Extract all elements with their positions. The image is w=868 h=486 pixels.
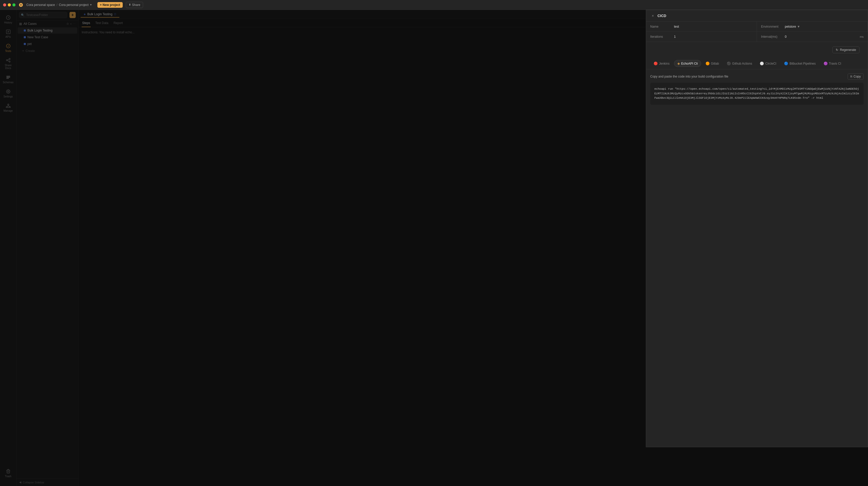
code-section: Copy and paste the code into your build … <box>646 69 868 109</box>
modal-close-button[interactable]: × <box>650 13 655 18</box>
code-header: Copy and paste the code into your build … <box>650 74 864 80</box>
interval-unit: ms <box>860 35 864 38</box>
iterations-value[interactable]: 1 <box>674 35 752 38</box>
titlebar: Cora personal space / Cora personal proj… <box>0 0 868 10</box>
modal-header: × CICD <box>646 10 868 22</box>
cicd-modal: × CICD Name test Environment petstore ▼ … <box>646 10 868 447</box>
name-field: Name test <box>646 22 757 32</box>
form-grid: Name test Environment petstore ▼ Iterati… <box>646 22 868 42</box>
ci-tab-github[interactable]: ⚫ Github Actions <box>723 60 755 67</box>
regenerate-label: Regenerate <box>840 48 856 52</box>
breadcrumb: Cora personal space / Cora personal proj… <box>26 3 92 7</box>
share-button[interactable]: ⬆ Share <box>126 2 143 8</box>
ci-tab-echoapi[interactable]: ◈ EchoAPI Cli <box>674 60 701 67</box>
share-icon: ⬆ <box>129 3 131 6</box>
gitlab-icon: 🟠 <box>706 61 710 65</box>
dropdown-icon: ▼ <box>90 3 92 6</box>
interval-field: Interval(ms) 0 ms <box>757 32 868 41</box>
ci-tab-gitlab[interactable]: 🟠 Gitlab <box>702 60 722 67</box>
copy-icon: ⎘ <box>850 75 852 78</box>
jenkins-label: Jenkins <box>659 62 670 65</box>
bitbucket-label: Bitbucket Pipelines <box>789 62 815 65</box>
ci-tab-circleci[interactable]: ⚪ CircleCI <box>756 60 780 67</box>
bitbucket-icon: 🔵 <box>784 61 788 65</box>
name-value[interactable]: test <box>674 25 752 28</box>
modal-overlay[interactable]: × CICD Name test Environment petstore ▼ … <box>0 10 868 486</box>
app-logo <box>19 3 23 7</box>
project-name-wrapper[interactable]: Cora personal project ▼ <box>59 3 92 7</box>
gitlab-label: Gitlab <box>711 62 719 65</box>
github-icon: ⚫ <box>727 61 731 65</box>
circleci-icon: ⚪ <box>760 61 764 65</box>
iterations-field: Iterations 1 <box>646 32 757 41</box>
github-label: Github Actions <box>732 62 752 65</box>
iterations-label: Iterations <box>650 35 671 38</box>
minimize-traffic-light[interactable] <box>8 3 11 6</box>
maximize-traffic-light[interactable] <box>12 3 16 6</box>
ci-tab-jenkins[interactable]: 🔴 Jenkins <box>650 60 673 67</box>
travis-label: Travis CI <box>829 62 841 65</box>
environment-value: petstore <box>785 25 796 28</box>
name-label: Name <box>650 25 671 28</box>
app-icon <box>19 3 23 7</box>
ci-tab-bitbucket[interactable]: 🔵 Bitbucket Pipelines <box>781 60 819 67</box>
breadcrumb-separator: / <box>57 3 57 7</box>
environment-label: Environment <box>761 25 782 28</box>
regenerate-button[interactable]: ↻ Regenerate <box>832 47 860 53</box>
project-name: Cora personal project <box>59 3 89 7</box>
circleci-label: CircleCI <box>765 62 776 65</box>
traffic-lights <box>3 3 16 6</box>
ci-tabs: 🔴 Jenkins ◈ EchoAPI Cli 🟠 Gitlab ⚫ Githu… <box>646 58 868 69</box>
echoapi-icon: ◈ <box>677 61 680 65</box>
share-label: Share <box>132 3 140 7</box>
code-block[interactable]: echoapi run "https://open.echoapi.com/op… <box>650 83 864 105</box>
copy-label: Copy <box>854 75 861 78</box>
echoapi-label: EchoAPI Cli <box>681 62 698 65</box>
modal-title: CICD <box>657 14 666 18</box>
code-description: Copy and paste the code into your build … <box>650 75 728 78</box>
travis-icon: 🟣 <box>824 61 828 65</box>
regenerate-icon: ↻ <box>836 48 838 52</box>
ci-tab-travis[interactable]: 🟣 Travis CI <box>820 60 845 67</box>
copy-button[interactable]: ⎘ Copy <box>847 74 864 80</box>
jenkins-icon: 🔴 <box>654 61 658 65</box>
interval-label: Interval(ms) <box>761 35 782 38</box>
environment-select[interactable]: petstore ▼ <box>785 25 800 28</box>
new-project-button[interactable]: + New project <box>97 2 123 8</box>
space-name[interactable]: Cora personal space <box>26 3 55 7</box>
interval-value[interactable]: 0 <box>785 35 857 38</box>
close-traffic-light[interactable] <box>3 3 6 6</box>
environment-dropdown-icon: ▼ <box>797 25 800 28</box>
environment-field: Environment petstore ▼ <box>757 22 868 32</box>
